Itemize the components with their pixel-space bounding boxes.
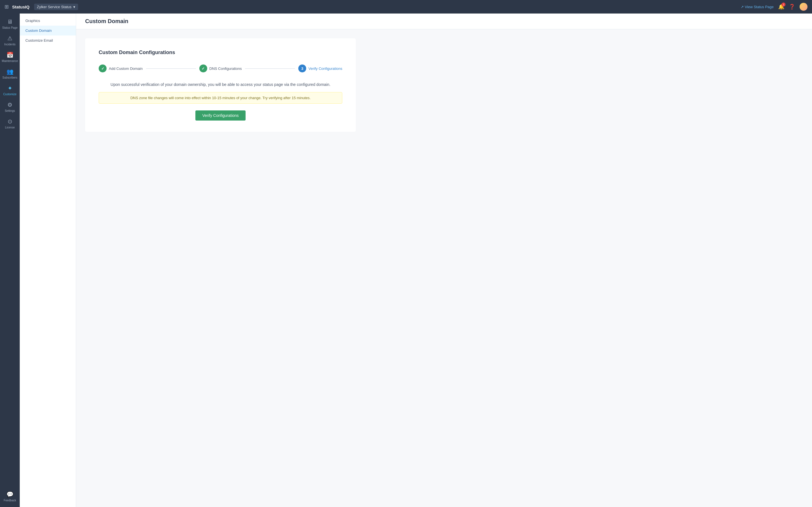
- step-line-2: [245, 68, 295, 69]
- sidebar-item-settings[interactable]: ⚙ Settings: [0, 99, 20, 115]
- sub-sidebar-item-customize-email[interactable]: Customize Email: [20, 36, 76, 45]
- app-title: StatusIQ: [12, 4, 30, 9]
- config-card: Custom Domain Configurations Add Custom …: [85, 38, 356, 132]
- header-right: ↗ View Status Page 🔔 1 ❓: [741, 3, 808, 11]
- maintenance-icon: 📅: [6, 52, 13, 58]
- status-dropdown[interactable]: Zylker Service Status ▾: [34, 4, 78, 10]
- sub-sidebar-item-custom-domain[interactable]: Custom Domain: [20, 25, 76, 36]
- sidebar-item-feedback[interactable]: 💬 Feedback: [0, 488, 20, 505]
- notification-badge: 1: [781, 3, 785, 6]
- step-2-label: DNS Configurations: [209, 66, 242, 71]
- content-area: Custom Domain Configurations Add Custom …: [76, 29, 812, 141]
- config-title: Custom Domain Configurations: [99, 50, 342, 55]
- verify-description: Upon successful verification of your dom…: [99, 81, 342, 88]
- checkmark-icon: [101, 66, 104, 71]
- sidebar-item-customize[interactable]: ✦ Customize: [0, 82, 20, 99]
- help-button[interactable]: ❓: [789, 4, 795, 10]
- subscribers-icon: 👥: [6, 68, 13, 75]
- step-1: Add Custom Domain: [99, 64, 143, 72]
- sidebar-item-incidents[interactable]: ⚠ Incidents: [0, 32, 20, 49]
- incidents-icon: ⚠: [7, 35, 12, 42]
- external-link-icon: ↗: [741, 5, 744, 9]
- sidebar-item-license[interactable]: ⊙ License: [0, 115, 20, 132]
- step-1-label: Add Custom Domain: [109, 66, 143, 71]
- app-grid-button[interactable]: ⊞: [4, 4, 9, 10]
- verify-configurations-button[interactable]: Verify Configurations: [195, 110, 245, 121]
- sub-sidebar: Graphics Custom Domain Customize Email: [20, 13, 76, 507]
- status-page-icon: 🖥: [7, 18, 13, 25]
- step-1-circle: [99, 64, 107, 72]
- page-title: Custom Domain: [85, 18, 803, 24]
- page-header: Custom Domain: [76, 13, 812, 29]
- chevron-down-icon: ▾: [73, 5, 75, 9]
- sidebar-item-status-page[interactable]: 🖥 Status Page: [0, 16, 20, 32]
- checkmark-icon-2: [202, 66, 205, 71]
- step-3: 3 Verify Configurations: [298, 64, 342, 72]
- customize-icon: ✦: [8, 85, 12, 92]
- left-sidebar: 🖥 Status Page ⚠ Incidents 📅 Maintenance …: [0, 13, 20, 507]
- step-line-1: [146, 68, 196, 69]
- view-status-link[interactable]: ↗ View Status Page: [741, 5, 774, 9]
- verify-btn-container: Verify Configurations: [99, 110, 342, 121]
- steps-container: Add Custom Domain DNS Configurations 3 V…: [99, 64, 342, 72]
- notification-button[interactable]: 🔔 1: [778, 4, 784, 10]
- step-3-circle: 3: [298, 64, 306, 72]
- license-icon: ⊙: [8, 118, 12, 125]
- settings-icon: ⚙: [7, 101, 12, 108]
- dns-notice: DNS zone file changes will come into eff…: [99, 92, 342, 104]
- dropdown-label: Zylker Service Status: [37, 5, 71, 9]
- step-3-label: Verify Configurations: [308, 66, 342, 71]
- step-2-circle: [199, 64, 207, 72]
- top-header: ⊞ StatusIQ Zylker Service Status ▾ ↗ Vie…: [0, 0, 812, 13]
- sidebar-item-subscribers[interactable]: 👥 Subscribers: [0, 65, 20, 82]
- main-content: Custom Domain Custom Domain Configuratio…: [76, 13, 812, 507]
- feedback-icon: 💬: [6, 491, 13, 498]
- step-2: DNS Configurations: [199, 64, 242, 72]
- sub-sidebar-item-graphics[interactable]: Graphics: [20, 16, 76, 25]
- avatar[interactable]: [800, 3, 808, 11]
- sidebar-item-maintenance[interactable]: 📅 Maintenance: [0, 49, 20, 65]
- main-layout: 🖥 Status Page ⚠ Incidents 📅 Maintenance …: [0, 13, 812, 507]
